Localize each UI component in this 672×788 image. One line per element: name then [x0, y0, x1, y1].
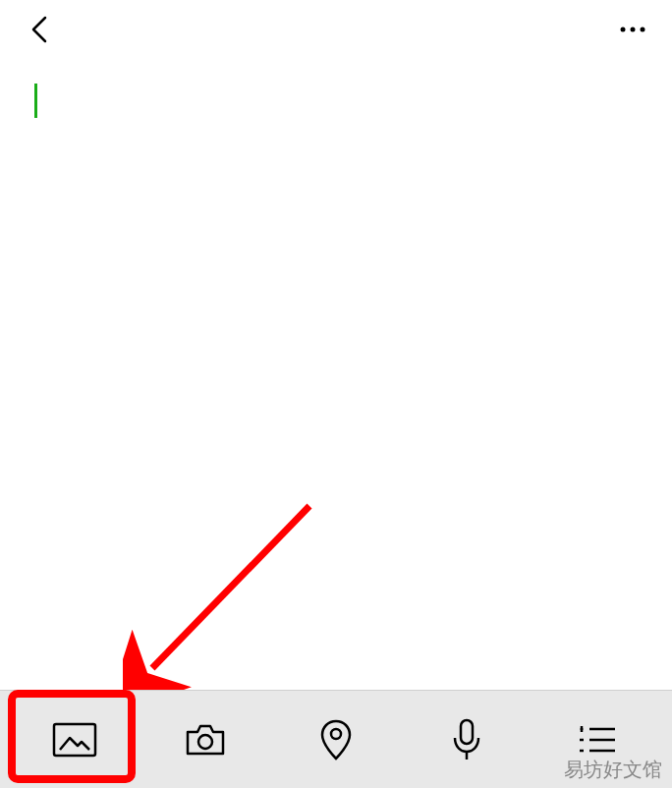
svg-point-1 — [631, 28, 636, 32]
camera-button[interactable] — [146, 701, 264, 779]
top-bar — [0, 0, 672, 59]
camera-icon — [184, 722, 227, 758]
svg-rect-7 — [461, 720, 473, 744]
more-horizontal-icon — [618, 26, 647, 33]
chevron-left-icon — [30, 15, 48, 44]
text-input-area[interactable] — [0, 59, 672, 688]
gallery-button[interactable] — [16, 701, 134, 779]
back-button[interactable] — [20, 10, 59, 49]
location-button[interactable] — [277, 701, 395, 779]
voice-icon — [452, 718, 481, 761]
svg-point-5 — [198, 735, 212, 749]
svg-rect-4 — [54, 724, 95, 756]
text-cursor — [34, 84, 37, 118]
gallery-icon — [52, 722, 97, 758]
more-button[interactable] — [613, 10, 652, 49]
svg-point-6 — [331, 729, 341, 739]
watermark-text: 易坊好文馆 — [564, 757, 662, 783]
svg-point-0 — [621, 28, 626, 32]
svg-point-2 — [641, 28, 645, 32]
location-icon — [320, 719, 352, 760]
voice-button[interactable] — [408, 701, 526, 779]
list-icon — [578, 724, 617, 756]
